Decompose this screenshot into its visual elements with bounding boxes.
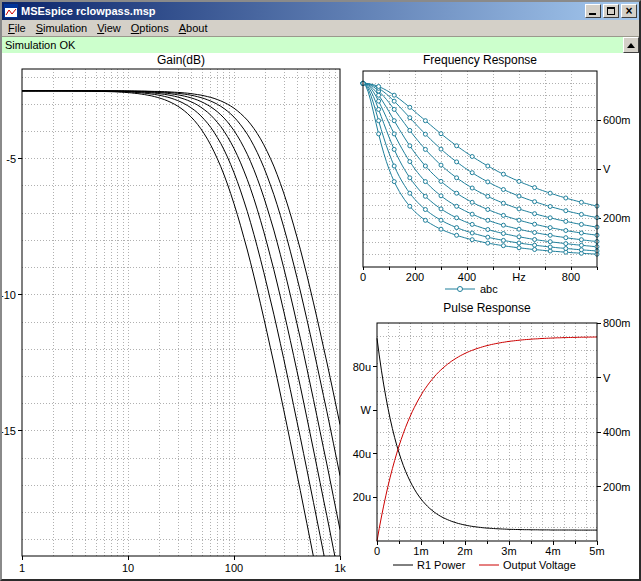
freq-marker [517,246,521,250]
freq-marker [455,216,459,220]
pulse-left-tick-label: 20u [353,491,371,503]
menu-item-file[interactable]: File [3,21,31,35]
freq-marker [548,233,552,237]
minimize-button[interactable] [585,4,601,18]
freq-marker [470,238,474,242]
maximize-icon [607,7,615,15]
freq-marker [517,207,521,211]
menu-simulation-mnemonic: S [36,22,43,34]
freq-marker [377,99,381,103]
menu-file-mnemonic: F [8,22,15,34]
close-icon: × [622,5,636,17]
menu-item-view[interactable]: View [92,21,126,35]
freq-marker [564,219,568,223]
freq-marker [548,245,552,249]
gain-y-tick-label: -5 [6,153,16,165]
pulse-x-tick-label: 1m [413,545,428,557]
freq-marker [392,119,396,123]
freq-marker [564,247,568,251]
freq-marker [486,241,490,245]
freq-marker [533,212,537,216]
freq-marker [533,248,537,252]
gain-curves [22,91,340,579]
freq-marker [392,107,396,111]
minimize-icon [589,13,596,15]
freq-marker [377,132,381,136]
app-window: MSEspice rclowpass.msp × File Simulation… [0,0,641,581]
menu-item-simulation[interactable]: Simulation [31,21,92,35]
freq-chart-title: Frequency Response [423,53,537,67]
freq-marker [486,218,490,222]
freq-curve [363,83,597,251]
freq-marker [470,200,474,204]
freq-marker [439,207,443,211]
freq-marker [408,176,412,180]
freq-marker [392,93,396,97]
freq-marker [470,212,474,216]
gain-chart-title: Gain(dB) [157,53,205,67]
gain-x-tick-label: 100 [225,562,243,574]
close-button[interactable]: × [621,4,637,18]
pulse-legend: R1 PowerOutput Voltage [393,559,576,571]
menu-options-label: ptions [139,22,168,34]
scroll-up-button[interactable] [623,37,639,53]
pulse-x-tick-label: 3m [501,545,516,557]
freq-marker [548,249,552,253]
freq-marker [423,194,427,198]
freq-marker [579,222,583,226]
scroll-up-icon [627,43,635,48]
freq-marker [486,180,490,184]
freq-marker [548,216,552,220]
pulse-left-tick-label: W [361,404,372,416]
freq-marker [408,128,412,132]
freq-marker [533,200,537,204]
pulse-curve-voltage [377,337,597,541]
freq-marker [548,191,552,195]
pulse-legend-label-power: R1 Power [417,559,466,571]
freq-marker [501,232,505,236]
freq-marker [470,155,474,159]
menu-about-mnemonic: A [179,22,186,34]
freq-marker [579,200,583,204]
menu-simulation-label: imulation [43,22,87,34]
freq-marker [564,196,568,200]
freq-marker [533,231,537,235]
freq-marker [408,204,412,208]
menu-item-options[interactable]: Options [126,21,174,35]
freq-marker [517,218,521,222]
freq-x-tick-label: Hz [512,271,525,283]
freq-marker [501,213,505,217]
freq-marker [548,205,552,209]
freq-marker [377,119,381,123]
freq-marker [486,235,490,239]
status-text: Simulation OK [5,39,75,51]
freq-marker [501,238,505,242]
freq-marker [439,163,443,167]
titlebar[interactable]: MSEspice rclowpass.msp × [2,2,639,20]
freq-marker [470,171,474,175]
pulse-grid [377,323,597,541]
freq-legend-label: abc [480,283,498,295]
gain-curve [22,91,340,476]
freq-x-tick-label: 400 [458,271,476,283]
menu-item-about[interactable]: About [174,21,213,35]
titlebar-buttons: × [583,4,637,18]
freq-marker [517,235,521,239]
gain-chart: 1101001k-5-10-15Gain(dB) [2,53,347,579]
freq-marker [517,227,521,231]
freq-marker [455,233,459,237]
app-icon [4,4,18,18]
freq-curve [363,83,597,217]
freq-marker [392,164,396,168]
freq-marker [517,241,521,245]
freq-marker [501,223,505,227]
gain-curve [22,91,340,579]
freq-marker [455,204,459,208]
plot-area: 1101001k-5-10-15Gain(dB) 0200400Hz800600… [2,53,639,579]
freq-marker [408,160,412,164]
freq-marker [486,164,490,168]
freq-marker [501,201,505,205]
freq-marker [439,179,443,183]
freq-marker [408,105,412,109]
maximize-button[interactable] [603,4,619,18]
